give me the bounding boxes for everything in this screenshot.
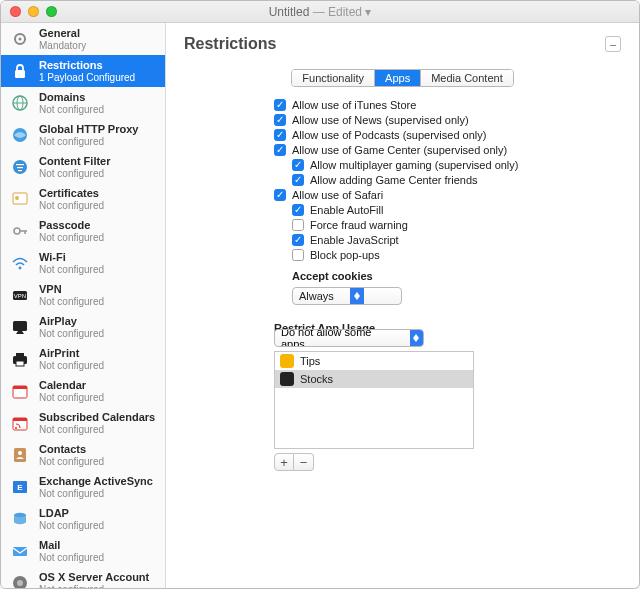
checkbox[interactable] <box>292 249 304 261</box>
sidebar-item-certificates[interactable]: Certificates Not configured <box>1 183 165 215</box>
option-row: Allow use of Podcasts (supervised only) <box>274 129 621 141</box>
svg-point-28 <box>15 427 17 429</box>
checkbox[interactable] <box>292 219 304 231</box>
option-label: Allow adding Game Center friends <box>310 174 478 186</box>
svg-point-16 <box>19 267 22 270</box>
sidebar-item-passcode[interactable]: Passcode Not configured <box>1 215 165 247</box>
checkbox[interactable] <box>274 99 286 111</box>
sidebar-item-wi-fi[interactable]: Wi-Fi Not configured <box>1 247 165 279</box>
option-label: Block pop-ups <box>310 249 380 261</box>
sidebar-item-sub: Not configured <box>39 488 153 499</box>
tabs: FunctionalityAppsMedia Content <box>291 69 513 87</box>
gear-icon <box>9 28 31 50</box>
sidebar-item-ldap[interactable]: LDAP Not configured <box>1 503 165 535</box>
option-row: Allow multiplayer gaming (supervised onl… <box>292 159 621 171</box>
sidebar-item-airprint[interactable]: AirPrint Not configured <box>1 343 165 375</box>
sidebar-item-os-x-server-account[interactable]: OS X Server Account Not configured <box>1 567 165 588</box>
tab-functionality[interactable]: Functionality <box>292 70 375 86</box>
options-group: Allow use of iTunes Store Allow use of N… <box>274 99 621 334</box>
window: Untitled — Edited ▾ General Mandatory Re… <box>0 0 640 589</box>
sidebar-item-label: AirPlay <box>39 315 104 327</box>
app-icon <box>280 354 294 368</box>
wifi-icon <box>9 252 31 274</box>
app-icon <box>280 372 294 386</box>
app-name: Tips <box>300 355 320 367</box>
sidebar-item-sub: Not configured <box>39 264 104 275</box>
option-row: Block pop-ups <box>292 249 621 261</box>
svg-rect-25 <box>13 386 27 389</box>
sidebar-item-content-filter[interactable]: Content Filter Not configured <box>1 151 165 183</box>
option-row: Allow use of Game Center (supervised onl… <box>274 144 621 156</box>
svg-rect-27 <box>13 418 27 421</box>
tab-apps[interactable]: Apps <box>375 70 421 86</box>
sidebar-item-vpn[interactable]: VPN VPN Not configured <box>1 279 165 311</box>
svg-rect-8 <box>16 164 24 165</box>
accept-cookies-select-row: Always <box>292 287 621 305</box>
remove-app-button[interactable]: − <box>294 453 314 471</box>
restrict-usage-block: Do not allow some apps Tips Stocks + − <box>274 326 621 471</box>
svg-point-13 <box>14 228 20 234</box>
select-stepper-icon <box>410 330 423 346</box>
sidebar-item-label: Domains <box>39 91 104 103</box>
sidebar-item-label: Passcode <box>39 219 104 231</box>
checkbox[interactable] <box>292 159 304 171</box>
accept-cookies-value: Always <box>293 290 350 302</box>
mail-icon <box>9 540 31 562</box>
airprint-icon <box>9 348 31 370</box>
add-app-button[interactable]: + <box>274 453 294 471</box>
sidebar-item-contacts[interactable]: Contacts Not configured <box>1 439 165 471</box>
checkbox[interactable] <box>292 174 304 186</box>
sidebar-item-sub: Not configured <box>39 296 104 307</box>
filter-icon <box>9 156 31 178</box>
disclose-button[interactable]: – <box>605 36 621 52</box>
sidebar-item-sub: Not configured <box>39 552 104 563</box>
sidebar-item-sub: Not configured <box>39 200 104 211</box>
globe-icon <box>9 92 31 114</box>
accept-cookies-row: Accept cookies <box>292 264 621 284</box>
checkbox[interactable] <box>274 189 286 201</box>
sidebar-item-sub: Not configured <box>39 520 104 531</box>
sidebar[interactable]: General Mandatory Restrictions 1 Payload… <box>1 23 166 588</box>
exchange-icon: E <box>9 476 31 498</box>
accept-cookies-select[interactable]: Always <box>292 287 402 305</box>
app-list-row[interactable]: Stocks <box>275 370 473 388</box>
sidebar-item-label: Global HTTP Proxy <box>39 123 138 135</box>
option-label: Allow multiplayer gaming (supervised onl… <box>310 159 518 171</box>
window-edited-status: — Edited <box>313 5 362 19</box>
checkbox[interactable] <box>274 129 286 141</box>
sidebar-item-sub: Not configured <box>39 360 104 371</box>
checkbox[interactable] <box>292 204 304 216</box>
sidebar-item-airplay[interactable]: AirPlay Not configured <box>1 311 165 343</box>
restrict-usage-select[interactable]: Do not allow some apps <box>274 329 424 347</box>
checkbox[interactable] <box>292 234 304 246</box>
option-label: Allow use of iTunes Store <box>292 99 416 111</box>
sidebar-item-calendar[interactable]: Calendar Not configured <box>1 375 165 407</box>
option-row: Force fraud warning <box>292 219 621 231</box>
sidebar-item-sub: Not configured <box>39 168 111 179</box>
option-row: Enable AutoFill <box>292 204 621 216</box>
tab-media-content[interactable]: Media Content <box>421 70 513 86</box>
sidebar-item-label: Calendar <box>39 379 104 391</box>
ldap-icon <box>9 508 31 530</box>
svg-point-12 <box>15 196 19 200</box>
sidebar-item-global-http-proxy[interactable]: Global HTTP Proxy Not configured <box>1 119 165 151</box>
proxy-icon <box>9 124 31 146</box>
checkbox[interactable] <box>274 144 286 156</box>
blocked-apps-list[interactable]: Tips Stocks <box>274 351 474 449</box>
sidebar-item-domains[interactable]: Domains Not configured <box>1 87 165 119</box>
sidebar-item-mail[interactable]: Mail Not configured <box>1 535 165 567</box>
checkbox[interactable] <box>274 114 286 126</box>
sidebar-item-sub: Not configured <box>39 456 104 467</box>
cert-icon <box>9 188 31 210</box>
body: General Mandatory Restrictions 1 Payload… <box>1 23 639 588</box>
sidebar-item-exchange-activesync[interactable]: E Exchange ActiveSync Not configured <box>1 471 165 503</box>
option-row: Allow use of iTunes Store <box>274 99 621 111</box>
sidebar-item-sub: Not configured <box>39 328 104 339</box>
sidebar-item-subscribed-calendars[interactable]: Subscribed Calendars Not configured <box>1 407 165 439</box>
sidebar-item-restrictions[interactable]: Restrictions 1 Payload Configured <box>1 55 165 87</box>
sidebar-item-general[interactable]: General Mandatory <box>1 23 165 55</box>
app-list-row[interactable]: Tips <box>275 352 473 370</box>
sidebar-item-label: Exchange ActiveSync <box>39 475 153 487</box>
app-name: Stocks <box>300 373 333 385</box>
svg-text:E: E <box>17 483 23 492</box>
